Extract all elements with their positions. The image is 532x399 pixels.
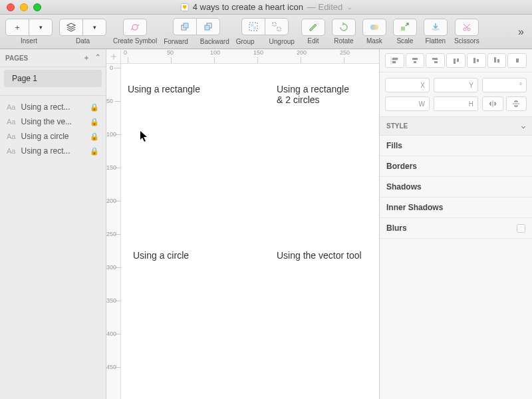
group-pair <box>241 18 289 35</box>
rotate-label: Rotate <box>334 37 353 45</box>
scale-button[interactable] <box>393 19 417 36</box>
svg-rect-1 <box>184 23 188 28</box>
lock-icon[interactable]: 🔒 <box>90 103 99 112</box>
scissors-button[interactable] <box>455 19 479 36</box>
scale-icon <box>399 21 411 33</box>
chevron-down-icon: ▾ <box>35 21 47 33</box>
ungroup-icon <box>271 21 283 33</box>
send-backward-icon <box>202 21 214 33</box>
align-left-button[interactable] <box>385 53 404 68</box>
canvas[interactable]: Using a rectangleUsing a rectangle & 2 c… <box>121 64 379 399</box>
svg-rect-3 <box>205 25 209 30</box>
inner-shadows-section[interactable]: Inner Shadows <box>380 198 532 218</box>
insert-group: ＋ ▾ Insert <box>5 19 53 45</box>
flip-v-button[interactable] <box>506 96 527 111</box>
align-top-button[interactable] <box>446 53 466 68</box>
h-input[interactable]: H <box>434 96 478 111</box>
ungroup-button[interactable] <box>265 18 289 35</box>
close-window-button[interactable] <box>7 3 15 11</box>
canvas-text-layer[interactable]: Using a circle <box>133 250 189 261</box>
flatten-group: Flatten <box>424 19 448 45</box>
svg-rect-6 <box>253 27 256 29</box>
style-header[interactable]: STYLE ⌵ <box>380 117 532 136</box>
add-page-icon[interactable]: ＋ <box>83 53 90 63</box>
create-symbol-label: Create Symbol <box>113 37 157 45</box>
layer-row[interactable]: AaUsing a circle🔒 <box>0 129 106 144</box>
layer-row[interactable]: AaUsing a rect...🔒 <box>0 100 106 114</box>
toolbar-overflow-icon[interactable]: » <box>515 26 527 38</box>
rotate-icon <box>338 21 350 33</box>
ruler-origin[interactable] <box>106 49 121 64</box>
scissors-label: Scissors <box>454 37 479 45</box>
layer-name: Using the ve... <box>21 117 84 126</box>
insert-label: Insert <box>21 37 37 45</box>
rotation-input[interactable]: ° <box>482 78 527 92</box>
layers-icon <box>65 21 77 33</box>
canvas-text-layer[interactable]: Using a rectangle & 2 circles <box>277 84 349 105</box>
flatten-button[interactable] <box>424 19 448 36</box>
main-area: PAGES ＋ ⌃ Page 1 AaUsing a rect...🔒AaUsi… <box>0 49 532 399</box>
inspector: X Y ° W H STYLE ⌵ Fills Borders Shadows … <box>379 49 532 399</box>
borders-section[interactable]: Borders <box>380 156 532 177</box>
sidebar: PAGES ＋ ⌃ Page 1 AaUsing a rect...🔒AaUsi… <box>0 49 106 399</box>
forward-button[interactable] <box>173 18 196 35</box>
pencil-icon <box>307 21 319 33</box>
ruler-vertical[interactable]: 050100150200250300350400450 <box>106 64 121 399</box>
mask-icon <box>368 21 380 33</box>
scale-label: Scale <box>396 37 413 45</box>
text-layer-icon: Aa <box>7 118 15 126</box>
ruler-horizontal[interactable]: 050100150200250 <box>121 49 379 64</box>
lock-icon[interactable]: 🔒 <box>90 147 99 156</box>
document-icon <box>181 3 189 11</box>
flatten-label: Flatten <box>426 37 446 45</box>
blurs-section[interactable]: Blurs <box>380 218 532 239</box>
layer-list: AaUsing a rect...🔒AaUsing the ve...🔒AaUs… <box>0 95 106 399</box>
shadows-section[interactable]: Shadows <box>380 177 532 198</box>
data-label: Data <box>76 37 90 45</box>
y-input[interactable]: Y <box>434 78 478 92</box>
blurs-checkbox[interactable] <box>517 224 525 233</box>
align-bottom-button[interactable] <box>487 53 507 68</box>
canvas-wrap: 050100150200250 050100150200250300350400… <box>106 49 379 399</box>
arrange-pair <box>173 18 220 35</box>
title-bar: 4 ways to create a heart icon — Edited ⌵ <box>0 0 532 15</box>
mask-button[interactable] <box>362 19 386 36</box>
cursor-icon <box>140 130 149 144</box>
align-vcenter-button[interactable] <box>467 53 486 68</box>
edit-button[interactable] <box>301 19 325 36</box>
lock-icon[interactable]: 🔒 <box>90 132 99 141</box>
scale-group: Scale <box>393 19 417 45</box>
layer-row[interactable]: AaUsing the ve...🔒 <box>0 114 106 129</box>
zoom-window-button[interactable] <box>33 3 41 11</box>
canvas-text-layer[interactable]: Using the vector tool <box>277 250 362 261</box>
layer-name: Using a rect... <box>21 146 84 156</box>
create-symbol-button[interactable] <box>123 19 147 36</box>
rotate-button[interactable] <box>332 19 356 36</box>
edited-indicator: — Edited <box>307 2 342 12</box>
group-button[interactable] <box>241 18 265 35</box>
backward-button[interactable] <box>196 18 220 35</box>
canvas-text-layer[interactable]: Using a rectangle <box>128 84 200 94</box>
insert-button[interactable]: ＋ ▾ <box>5 19 53 36</box>
create-symbol-group: Create Symbol <box>113 19 157 45</box>
x-input[interactable]: X <box>385 78 430 92</box>
data-button[interactable]: ▾ <box>59 19 106 36</box>
flip-h-button[interactable] <box>482 96 503 111</box>
pages-label: PAGES <box>5 55 28 62</box>
layer-row[interactable]: AaUsing a rect...🔒 <box>0 144 106 158</box>
fills-section[interactable]: Fills <box>380 136 532 156</box>
w-input[interactable]: W <box>385 96 430 111</box>
align-right-button[interactable] <box>426 53 445 68</box>
scissors-icon <box>461 21 473 33</box>
data-group: ▾ Data <box>59 19 106 45</box>
scissors-group: Scissors <box>454 19 479 45</box>
lock-icon[interactable]: 🔒 <box>90 118 99 126</box>
distribute-button[interactable] <box>507 53 527 68</box>
page-item[interactable]: Page 1 <box>4 70 102 87</box>
align-hcenter-button[interactable] <box>406 53 425 68</box>
pages-header: PAGES ＋ ⌃ <box>0 49 106 67</box>
svg-rect-7 <box>273 23 276 26</box>
window-title[interactable]: 4 ways to create a heart icon — Edited ⌵ <box>181 2 352 12</box>
minimize-window-button[interactable] <box>20 3 28 11</box>
chevron-up-icon[interactable]: ⌃ <box>95 53 100 63</box>
